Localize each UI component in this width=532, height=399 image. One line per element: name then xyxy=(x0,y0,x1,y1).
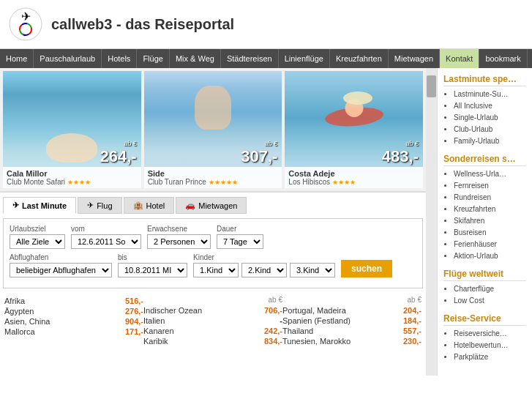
card-1-hotel: Club Monte Safari ★★★★ xyxy=(7,178,138,186)
list-item[interactable]: Fernreisen xyxy=(454,181,526,191)
card-3-dest: Costa Adeje xyxy=(288,169,419,178)
list-item[interactable]: Wellness-Urla… xyxy=(454,169,526,179)
search-btn-group: suchen xyxy=(341,257,392,277)
list-item[interactable]: Charterflüge xyxy=(454,284,526,294)
kinder-label: Kinder xyxy=(193,253,335,261)
sidebar-service: Reise-Service Reiseversiche… Hotelbewert… xyxy=(443,313,526,362)
list-item[interactable]: Reiseversiche… xyxy=(454,329,526,339)
tab-lastminute[interactable]: ✈ Last Minute xyxy=(3,197,76,214)
sidebar-lastminute: Lastminute spe… Lastminute-Su… All Inclu… xyxy=(443,74,526,146)
erwachsene-select[interactable]: 2 Personen xyxy=(147,234,211,249)
urlaubsziel-group: Urlaubsziel Alle Ziele xyxy=(10,225,65,249)
tab-flug-label: Flug xyxy=(97,201,112,210)
nav-miet[interactable]: Mietwagen xyxy=(389,49,440,68)
nav-staedte[interactable]: Städtereisen xyxy=(221,49,279,68)
list-item[interactable]: Family-Urlaub xyxy=(454,136,526,146)
main-content: ab € 264,- Cala Millor Club Monte Safari… xyxy=(0,68,426,376)
dauer-select[interactable]: 7 Tage xyxy=(217,234,263,249)
nav-kontakt[interactable]: Kontakt xyxy=(440,49,479,68)
nav-linien[interactable]: Linienflüge xyxy=(279,49,330,68)
list-item[interactable]: Ferienhäuser xyxy=(454,239,526,250)
bis-label: bis xyxy=(118,253,187,261)
tab-mietwagen[interactable]: 🚗 Mietwagen xyxy=(176,197,247,214)
list-item[interactable]: Lastminute-Su… xyxy=(454,89,526,100)
nav-pauschal[interactable]: Pauschalurlaub xyxy=(34,49,102,68)
kind1-select[interactable]: 1.Kind xyxy=(193,263,239,277)
urlaubsziel-select[interactable]: Alle Ziele xyxy=(10,234,65,249)
card-3-hotel: Los Hibiscos ★★★★ xyxy=(288,178,419,186)
col3-header: ab € xyxy=(282,296,422,304)
dest-item-indisch: Indischer Ozean 706,- xyxy=(143,305,282,316)
tab-hotel[interactable]: 🏨 Hotel xyxy=(124,197,175,214)
nav-hotels[interactable]: Hotels xyxy=(102,49,137,68)
form-row-1: Urlaubsziel Alle Ziele vom 12.6.2011 So … xyxy=(10,225,416,249)
flug-icon: ✈ xyxy=(87,201,94,210)
list-item[interactable]: Hotelbewertun… xyxy=(454,340,526,351)
dest-item-tunesien: Tunesien, Marokko 230,- xyxy=(282,336,422,346)
kind3-select[interactable]: 3.Kind xyxy=(290,263,335,277)
dest-item-italien: Italien - xyxy=(143,316,282,326)
list-item[interactable]: Kreuzfahrten xyxy=(454,204,526,215)
search-tabs: ✈ Last Minute ✈ Flug 🏨 Hotel 🚗 Mietwagen xyxy=(3,197,423,214)
dest-item-mallorca: Mallorca 171,- xyxy=(4,327,143,337)
kinder-selects: 1.Kind 2.Kind 3.Kind xyxy=(193,263,335,277)
card-2-hotel: Club Turan Prince ★★★★★ xyxy=(148,178,279,186)
list-item[interactable]: Rundreisen xyxy=(454,193,526,203)
search-button[interactable]: suchen xyxy=(341,260,392,277)
tab-hotel-label: Hotel xyxy=(146,201,165,210)
dauer-group: Dauer 7 Tage xyxy=(217,225,263,249)
list-item[interactable]: Single-Urlaub xyxy=(454,113,526,123)
lastminute-icon: ✈ xyxy=(12,201,19,210)
list-item[interactable]: Busreisen xyxy=(454,228,526,238)
scroll-thumb[interactable] xyxy=(427,75,436,97)
card-2-price-area: ab € 307,- xyxy=(241,140,277,166)
sidebar-sonder-list: Wellness-Urla… Fernreisen Rundreisen Kre… xyxy=(443,169,526,261)
nav-mix[interactable]: Mix & Weg xyxy=(170,49,221,68)
vom-select[interactable]: 12.6.2011 So xyxy=(71,234,141,249)
card-1-ab: ab € xyxy=(100,140,137,147)
search-section: ✈ Last Minute ✈ Flug 🏨 Hotel 🚗 Mietwagen xyxy=(0,191,426,293)
kinder-group: Kinder 1.Kind 2.Kind 3.Kind xyxy=(193,253,335,277)
scrollbar[interactable] xyxy=(426,68,437,376)
abflughafen-select[interactable]: beliebiger Abflughafen xyxy=(10,263,112,277)
card-3-info: Costa Adeje Los Hibiscos ★★★★ xyxy=(285,167,423,188)
bis-select[interactable]: 10.8.2011 MI xyxy=(118,263,187,277)
erwachsene-label: Erwachsene xyxy=(147,225,211,233)
search-form: Urlaubsziel Alle Ziele vom 12.6.2011 So … xyxy=(3,218,423,288)
list-item[interactable]: All Inclusive xyxy=(454,101,526,111)
dest-item-kanaren: Kanaren 242,- xyxy=(143,326,282,336)
nav-home[interactable]: Home xyxy=(0,49,34,68)
dest-col-2: ab € Indischer Ozean 706,- Italien - Kan… xyxy=(143,296,282,346)
dest-item-aegypten: Ägypten 276,- xyxy=(4,306,143,316)
abflughafen-label: Abflughafen xyxy=(10,253,112,261)
card-1-info: Cala Millor Club Monte Safari ★★★★ xyxy=(3,167,141,188)
form-row-2: Abflughafen beliebiger Abflughafen bis 1… xyxy=(10,253,416,277)
dest-item-spanien: Spanien (Festland) 184,- xyxy=(282,316,422,326)
kind2-select[interactable]: 2.Kind xyxy=(241,263,287,277)
list-item[interactable]: Aktion-Urlaub xyxy=(454,251,526,261)
card-3-price-area: ab € 483,- xyxy=(382,140,419,166)
card-3: ab € 483,- Costa Adeje Los Hibiscos ★★★★ xyxy=(285,71,423,188)
dest-item-thailand: Thailand 557,- xyxy=(282,326,422,336)
abflughafen-group: Abflughafen beliebiger Abflughafen xyxy=(10,253,112,277)
list-item[interactable]: Skifahren xyxy=(454,216,526,226)
dest-col-1: Afrika 516,- Ägypten 276,- Asien, China … xyxy=(4,296,143,346)
card-1-price: 264,- xyxy=(100,147,137,166)
destination-list: Afrika 516,- Ägypten 276,- Asien, China … xyxy=(0,293,426,349)
vom-label: vom xyxy=(71,225,141,233)
card-1-dest: Cala Millor xyxy=(7,169,138,178)
card-2-price: 307,- xyxy=(241,147,277,166)
list-item[interactable]: Parkplätze xyxy=(454,352,526,362)
sidebar-sonder: Sonderreisen s… Wellness-Urla… Fernreise… xyxy=(443,154,526,261)
dauer-label: Dauer xyxy=(217,225,263,233)
nav-fluege[interactable]: Flüge xyxy=(137,49,170,68)
nav-kreuz[interactable]: Kreuzfahrten xyxy=(330,49,389,68)
site-title: callweb3 - das Reiseportal xyxy=(51,16,234,33)
nav-bookmark[interactable]: bookmark xyxy=(479,49,527,68)
dest-item-asien: Asien, China 904,- xyxy=(4,316,143,327)
list-item[interactable]: Low Cost xyxy=(454,296,526,306)
sidebar-fluege: Flüge weltweit Charterflüge Low Cost xyxy=(443,269,526,306)
list-item[interactable]: Club-Urlaub xyxy=(454,124,526,135)
tab-flug[interactable]: ✈ Flug xyxy=(78,197,121,214)
col2-header: ab € xyxy=(143,296,282,304)
